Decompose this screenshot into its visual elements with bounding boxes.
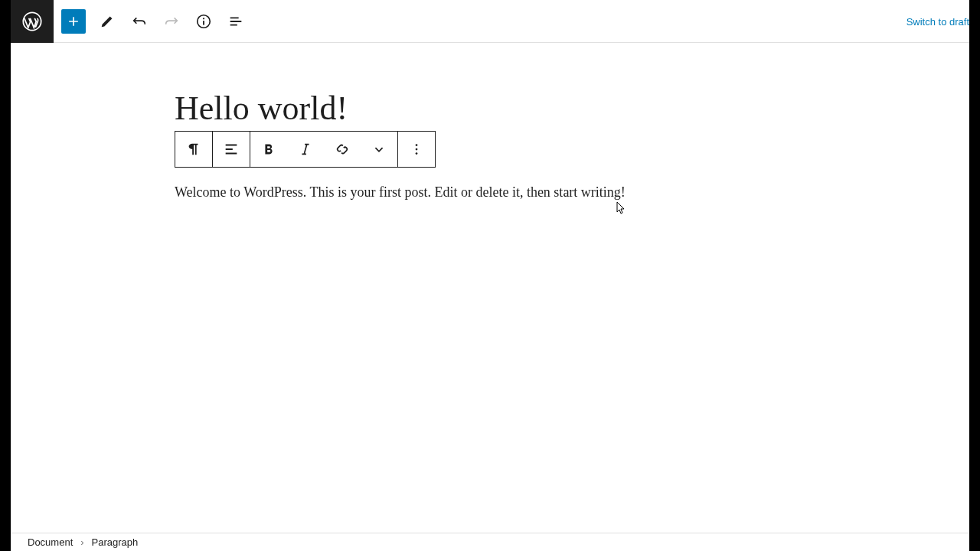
block-type-button[interactable] [175, 132, 212, 167]
pencil-icon [99, 13, 116, 30]
undo-button[interactable] [126, 8, 153, 35]
edit-mode-button[interactable] [93, 8, 121, 35]
paragraph-icon [185, 141, 202, 158]
italic-icon [297, 141, 314, 158]
left-border [0, 0, 11, 551]
redo-icon [163, 13, 180, 30]
editor-content: Hello world! [11, 43, 969, 533]
link-icon [334, 141, 351, 158]
svg-point-4 [416, 144, 418, 146]
svg-point-6 [416, 152, 418, 155]
wordpress-icon [21, 11, 43, 32]
more-formatting-button[interactable] [361, 132, 397, 167]
toolbar-right: Switch to draft [906, 15, 969, 28]
block-toolbar [175, 131, 436, 168]
svg-point-2 [203, 18, 204, 19]
paragraph-block[interactable]: Welcome to WordPress. This is your first… [175, 181, 649, 204]
chevron-down-icon [371, 141, 387, 158]
more-options-button[interactable] [398, 132, 435, 167]
info-icon [195, 13, 212, 30]
align-button[interactable] [213, 132, 250, 167]
right-border [969, 0, 980, 551]
undo-icon [131, 13, 148, 30]
align-left-icon [223, 141, 240, 158]
bold-icon [260, 141, 277, 158]
svg-rect-3 [203, 21, 204, 25]
italic-button[interactable] [287, 132, 324, 167]
wordpress-logo-button[interactable] [11, 0, 54, 43]
breadcrumb-document[interactable]: Document [28, 536, 73, 548]
add-block-button[interactable] [61, 9, 86, 34]
breadcrumb-block[interactable]: Paragraph [92, 536, 139, 548]
block-breadcrumb: Document › Paragraph [11, 533, 969, 551]
info-button[interactable] [190, 8, 217, 35]
outline-button[interactable] [222, 8, 250, 35]
link-button[interactable] [324, 132, 361, 167]
outline-icon [227, 13, 244, 30]
plus-icon [66, 14, 81, 29]
svg-point-5 [416, 148, 418, 151]
post-title[interactable]: Hello world! [175, 89, 969, 128]
top-toolbar: Switch to draft [11, 0, 969, 43]
switch-draft-link[interactable]: Switch to draft [906, 16, 969, 28]
bold-button[interactable] [250, 132, 287, 167]
redo-button[interactable] [158, 8, 185, 35]
dots-vertical-icon [408, 141, 425, 158]
breadcrumb-separator: › [80, 536, 83, 548]
